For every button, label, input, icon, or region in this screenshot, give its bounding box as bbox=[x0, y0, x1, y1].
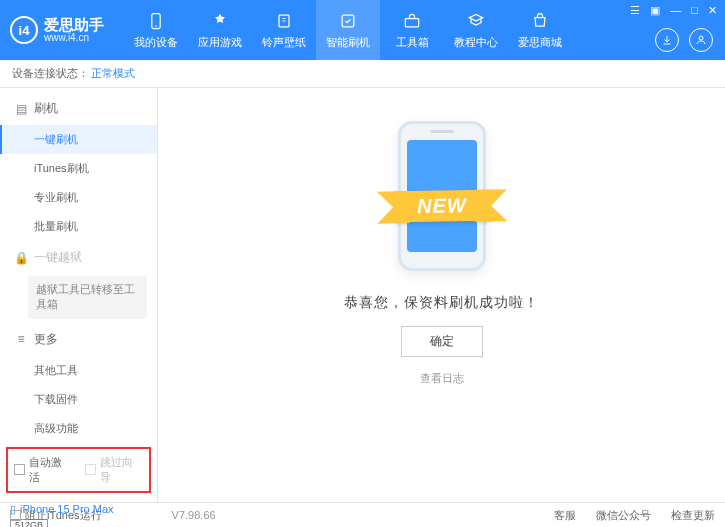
checkbox-icon bbox=[10, 510, 21, 521]
footer-link-service[interactable]: 客服 bbox=[554, 508, 576, 523]
nav-toolbox[interactable]: 工具箱 bbox=[380, 0, 444, 60]
toolbox-icon bbox=[401, 10, 423, 32]
ringtone-icon bbox=[273, 10, 295, 32]
close-icon[interactable]: ✕ bbox=[706, 4, 719, 17]
view-log-link[interactable]: 查看日志 bbox=[420, 371, 464, 386]
ok-button[interactable]: 确定 bbox=[401, 326, 483, 357]
sidebar-item-onekey-flash[interactable]: 一键刷机 bbox=[0, 125, 157, 154]
nav-apps-games[interactable]: 应用游戏 bbox=[188, 0, 252, 60]
options-highlight-box: 自动激活 跳过向导 bbox=[6, 447, 151, 493]
flash-section-icon: ▤ bbox=[14, 102, 28, 116]
device-status-bar: 设备连接状态： 正常模式 bbox=[0, 60, 725, 88]
app-title: 爱思助手 bbox=[44, 17, 104, 32]
sidebar-item-batch-flash[interactable]: 批量刷机 bbox=[0, 212, 157, 241]
checkbox-icon bbox=[14, 464, 25, 475]
device-icon bbox=[145, 10, 167, 32]
flash-icon bbox=[337, 10, 359, 32]
footer-link-wechat[interactable]: 微信公众号 bbox=[596, 508, 651, 523]
sidebar-item-download-firmware[interactable]: 下载固件 bbox=[0, 385, 157, 414]
lock-icon: 🔒 bbox=[14, 251, 28, 265]
success-message: 恭喜您，保资料刷机成功啦！ bbox=[344, 294, 539, 312]
nav-store[interactable]: 爱思商城 bbox=[508, 0, 572, 60]
status-label: 设备连接状态： bbox=[12, 66, 89, 81]
nav-tutorials[interactable]: 教程中心 bbox=[444, 0, 508, 60]
nav-smart-flash[interactable]: 智能刷机 bbox=[316, 0, 380, 60]
status-value: 正常模式 bbox=[91, 66, 135, 81]
menu-icon[interactable]: ☰ bbox=[628, 4, 642, 17]
main-content: NEW 恭喜您，保资料刷机成功啦！ 确定 查看日志 bbox=[158, 88, 725, 502]
svg-point-1 bbox=[155, 25, 157, 27]
tutorial-icon bbox=[465, 10, 487, 32]
logo-icon: i4 bbox=[10, 16, 38, 44]
svg-rect-4 bbox=[405, 19, 418, 27]
top-nav: 我的设备 应用游戏 铃声壁纸 智能刷机 工具箱 教程中心 爱思商城 bbox=[124, 0, 572, 60]
sidebar-item-advanced[interactable]: 高级功能 bbox=[0, 414, 157, 443]
app-logo: i4 爱思助手 www.i4.cn bbox=[10, 16, 104, 44]
sidebar-section-more[interactable]: ≡ 更多 bbox=[0, 323, 157, 356]
nav-ringtones[interactable]: 铃声壁纸 bbox=[252, 0, 316, 60]
sidebar-item-other-tools[interactable]: 其他工具 bbox=[0, 356, 157, 385]
user-button[interactable] bbox=[689, 28, 713, 52]
new-ribbon: NEW bbox=[394, 189, 488, 222]
checkbox-auto-activate[interactable]: 自动激活 bbox=[14, 455, 73, 485]
maximize-icon[interactable]: □ bbox=[689, 4, 700, 17]
store-icon bbox=[529, 10, 551, 32]
svg-point-5 bbox=[699, 36, 703, 40]
minimize-icon[interactable]: — bbox=[668, 4, 683, 17]
version-label: V7.98.66 bbox=[172, 509, 216, 521]
checkbox-skip-guide[interactable]: 跳过向导 bbox=[85, 455, 144, 485]
sidebar-jailbreak-note: 越狱工具已转移至工具箱 bbox=[28, 276, 147, 319]
download-button[interactable] bbox=[655, 28, 679, 52]
app-subtitle: www.i4.cn bbox=[44, 32, 104, 43]
checkbox-block-itunes[interactable]: 阻止iTunes运行 bbox=[10, 508, 102, 523]
sidebar: ▤ 刷机 一键刷机 iTunes刷机 专业刷机 批量刷机 🔒 一键越狱 越狱工具… bbox=[0, 88, 158, 502]
sidebar-item-itunes-flash[interactable]: iTunes刷机 bbox=[0, 154, 157, 183]
sidebar-section-jailbreak[interactable]: 🔒 一键越狱 bbox=[0, 241, 157, 274]
more-icon: ≡ bbox=[14, 332, 28, 346]
window-controls: ☰ ▣ — □ ✕ bbox=[628, 4, 719, 17]
footer-link-update[interactable]: 检查更新 bbox=[671, 508, 715, 523]
success-illustration: NEW bbox=[342, 116, 542, 276]
checkbox-icon bbox=[85, 464, 96, 475]
skin-icon[interactable]: ▣ bbox=[648, 4, 662, 17]
apps-icon bbox=[209, 10, 231, 32]
nav-my-device[interactable]: 我的设备 bbox=[124, 0, 188, 60]
app-header: i4 爱思助手 www.i4.cn 我的设备 应用游戏 铃声壁纸 智能刷机 工具… bbox=[0, 0, 725, 60]
sidebar-section-flash[interactable]: ▤ 刷机 bbox=[0, 92, 157, 125]
sidebar-item-pro-flash[interactable]: 专业刷机 bbox=[0, 183, 157, 212]
